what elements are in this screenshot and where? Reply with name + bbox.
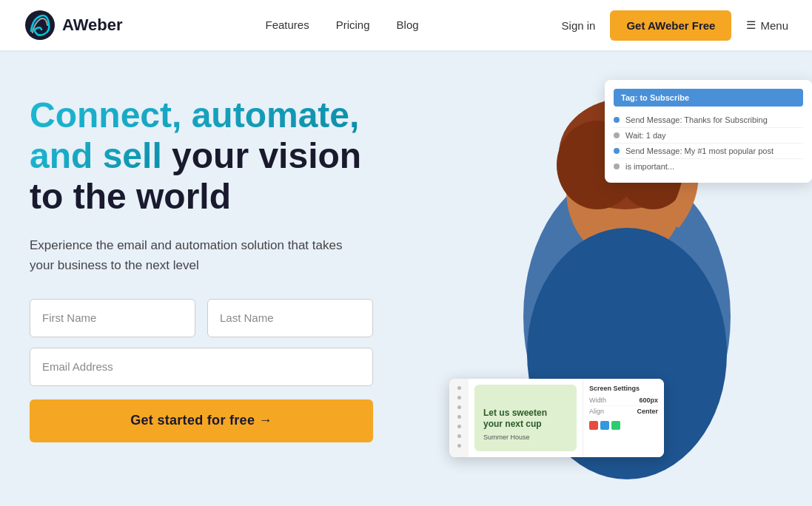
editor-card: Let us sweeten your next cup Summer Hous… <box>449 379 664 457</box>
coffee-promo-card: Let us sweeten your next cup Summer Hous… <box>474 385 577 451</box>
panel-align-row: Align Center <box>589 406 658 416</box>
last-name-input[interactable] <box>207 299 373 337</box>
hero-right: Tag: to Subscribe Send Message: Thanks f… <box>368 50 812 499</box>
nav-right: Sign in Get AWeber Free ☰ Menu <box>562 10 788 41</box>
screen-settings-label: Screen Settings <box>589 385 658 392</box>
card-row-3: Send Message: My #1 most popular post <box>614 144 803 159</box>
first-name-input[interactable] <box>30 299 195 337</box>
panel-width-row: Width 600px <box>589 395 658 406</box>
card-row-1: Send Message: Thanks for Subscribing <box>614 112 803 128</box>
hero-image: Tag: to Subscribe Send Message: Thanks f… <box>464 58 790 487</box>
signup-form: Get started for free → <box>30 299 373 442</box>
swatch-blue <box>600 421 609 430</box>
email-input[interactable] <box>30 348 373 386</box>
coffee-subtitle: Summer House <box>483 434 568 441</box>
signin-button[interactable]: Sign in <box>562 19 596 32</box>
aweber-logo-icon <box>24 9 56 41</box>
name-fields-row <box>30 299 373 337</box>
get-started-button[interactable]: Get started for free → <box>30 399 373 442</box>
editor-canvas: Let us sweeten your next cup Summer Hous… <box>469 379 583 457</box>
nav-links: Features Pricing Blog <box>265 18 418 32</box>
hero-left: Connect, automate, and sell your vision … <box>0 50 403 506</box>
logo[interactable]: AWeber <box>24 9 123 41</box>
ui-mockup-card: Tag: to Subscribe Send Message: Thanks f… <box>605 80 812 183</box>
hero-title: Connect, automate, and sell your vision … <box>30 95 373 217</box>
swatch-green <box>611 421 620 430</box>
hero-section: Connect, automate, and sell your vision … <box>0 50 812 506</box>
card-row-4: is important... <box>614 159 803 174</box>
navbar: AWeber Features Pricing Blog Sign in Get… <box>0 0 812 50</box>
editor-settings: Screen Settings Width 600px Align Center <box>583 379 664 457</box>
nav-features[interactable]: Features <box>265 18 309 31</box>
hamburger-icon: ☰ <box>746 18 756 32</box>
nav-blog[interactable]: Blog <box>397 18 419 31</box>
nav-pricing[interactable]: Pricing <box>336 18 370 31</box>
editor-sidebar <box>449 379 469 457</box>
coffee-title: Let us sweeten your next cup <box>483 408 568 431</box>
swatch-red <box>589 421 598 430</box>
card-row-2: Wait: 1 day <box>614 128 803 144</box>
hero-subtitle: Experience the email and automation solu… <box>30 235 355 275</box>
logo-wordmark: AWeber <box>62 16 123 35</box>
get-aweber-free-button[interactable]: Get AWeber Free <box>610 10 731 41</box>
color-swatches <box>589 421 658 430</box>
card-header: Tag: to Subscribe <box>614 89 803 107</box>
hero-title-highlight: Connect, automate, <box>30 95 359 135</box>
menu-button[interactable]: ☰ Menu <box>746 18 788 32</box>
hero-title-sell: and sell <box>30 136 162 175</box>
